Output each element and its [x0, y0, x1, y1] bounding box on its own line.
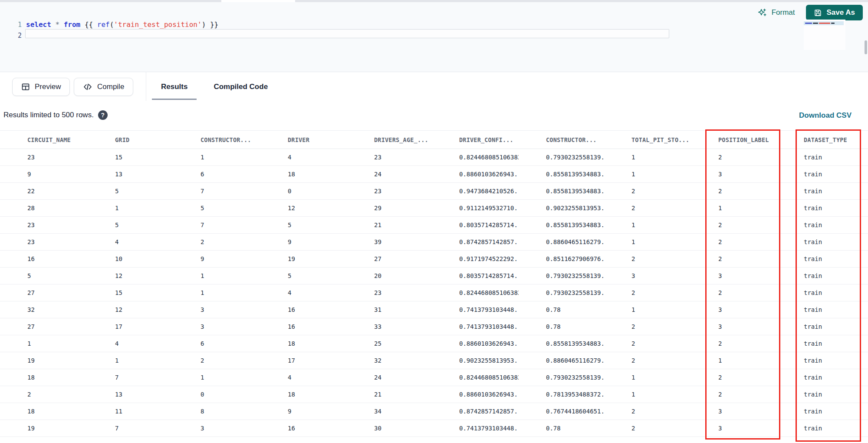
table-cell: 2 [173, 357, 260, 364]
format-button[interactable]: Format [758, 8, 795, 17]
table-cell: 1 [173, 154, 260, 161]
code-token-punct: ( [110, 20, 114, 29]
table-cell: train [776, 255, 868, 262]
table-cell: 0.7674418604651... [519, 408, 604, 415]
save-as-button[interactable]: Save As [806, 5, 863, 20]
table-cell: train [776, 323, 868, 330]
table-cell: 1 [604, 154, 691, 161]
table-cell: 0.78 [519, 323, 604, 330]
active-line-cursor-box[interactable] [25, 29, 669, 38]
table-cell: 2 [691, 222, 776, 228]
table-cell: 0.7413793103448... [432, 425, 519, 432]
table-cell: 16 [260, 323, 347, 330]
table-cell: 0.9112149532710... [432, 205, 519, 212]
table-cell: 12 [260, 205, 347, 212]
column-header[interactable]: DATASET_TYPE [776, 136, 868, 143]
table-cell: 4 [88, 340, 173, 347]
column-header[interactable]: CONSTRUCTOR... [173, 136, 260, 143]
table-cell: 2 [173, 238, 260, 245]
table-cell: train [776, 205, 868, 212]
column-header[interactable]: TOTAL_PIT_STO... [604, 136, 691, 143]
code-icon [83, 83, 92, 91]
column-header[interactable]: GRID [88, 136, 173, 143]
table-cell: 1 [88, 205, 173, 212]
table-cell: 23 [0, 238, 88, 245]
results-toolbar: Preview Compile ResultsCompiled Code [0, 72, 868, 101]
tab-compiled-code[interactable]: Compiled Code [204, 72, 277, 101]
table-row: 281512290.9112149532710...0.902325581395… [0, 200, 868, 217]
table-row: 22570230.9473684210526...0.8558139534883… [0, 183, 868, 200]
editor-minimap[interactable] [804, 20, 845, 50]
column-header[interactable]: DRIVER [260, 136, 347, 143]
table-cell: train [776, 357, 868, 364]
save-as-label: Save As [826, 8, 855, 17]
column-header[interactable]: CIRCUIT_NAME [0, 136, 88, 143]
table-cell: 0.9023255813953... [432, 357, 519, 364]
code-line-1[interactable]: select * from {{ ref('train_test_positio… [26, 20, 218, 29]
table-cell: 19 [0, 357, 88, 364]
table-cell: 25 [347, 340, 432, 347]
help-icon[interactable]: ? [98, 110, 108, 120]
code-token-operator: * [55, 20, 59, 29]
table-cell: 15 [88, 154, 173, 161]
table-cell: 7 [173, 222, 260, 228]
table-cell: 0.7930232558139... [519, 289, 604, 296]
table-cell: train [776, 425, 868, 432]
table-cell: 23 [347, 154, 432, 161]
table-cell: train [776, 272, 868, 279]
table-cell: 0.8558139534883... [519, 340, 604, 347]
editor-scrollbar-thumb[interactable] [865, 40, 867, 54]
table-cell: 15 [88, 289, 173, 296]
table-cell: 3 [691, 171, 776, 178]
column-header[interactable]: DRIVER_CONFI... [432, 136, 519, 143]
table-row: 23575210.8035714285714...0.8558139534883… [0, 217, 868, 234]
table-cell: 32 [347, 357, 432, 364]
table-cell: 7 [88, 374, 173, 381]
column-header[interactable]: DRIVERS_AGE_... [347, 136, 432, 143]
table-cell: 2 [604, 188, 691, 195]
table-cell: 9 [260, 408, 347, 415]
table-cell: 6 [173, 340, 260, 347]
table-cell: 7 [173, 188, 260, 195]
tab-results[interactable]: Results [152, 72, 197, 101]
sql-editor-page: Format Save As 1 2 select * from {{ ref(… [0, 0, 868, 443]
table-row: 271514230.8244680851063830.7930232558139… [0, 284, 868, 301]
table-cell: 2 [604, 205, 691, 212]
table-cell: 2 [691, 289, 776, 296]
sparkle-icon [758, 8, 767, 17]
table-row: 913618240.8860103626943...0.855813953488… [0, 166, 868, 183]
preview-button[interactable]: Preview [12, 78, 70, 96]
code-editor[interactable]: Format Save As 1 2 select * from {{ ref(… [0, 2, 868, 72]
code-token-punct: {{ [80, 20, 97, 29]
table-cell: 3 [173, 323, 260, 330]
table-cell: 0.8558139534883... [519, 171, 604, 178]
table-body: 231514230.8244680851063830.7930232558139… [0, 149, 868, 437]
table-cell: 9 [260, 238, 347, 245]
table-cell: 9 [0, 171, 88, 178]
column-header[interactable]: POSITION_LABEL [691, 136, 776, 143]
table-cell: 2 [604, 425, 691, 432]
table-cell: 0.7930232558139... [519, 272, 604, 279]
table-row: 14618250.8860103626943...0.8558139534883… [0, 335, 868, 352]
table-cell: 2 [691, 374, 776, 381]
table-cell: 1 [88, 357, 173, 364]
table-cell: train [776, 188, 868, 195]
code-token-punct: }} [206, 20, 218, 29]
table-cell: 2 [604, 323, 691, 330]
table-cell: 0.9023255813953... [519, 205, 604, 212]
table-cell: 19 [260, 255, 347, 262]
table-cell: 0.7413793103448... [432, 323, 519, 330]
download-csv-link[interactable]: Download CSV [799, 111, 852, 120]
table-cell: 18 [0, 408, 88, 415]
column-header[interactable]: CONSTRUCTOR... [519, 136, 604, 143]
results-tabs: ResultsCompiled Code [152, 72, 277, 101]
compile-button[interactable]: Compile [74, 78, 133, 96]
table-cell: 0.7813953488372... [519, 391, 604, 398]
table-cell: 3 [691, 408, 776, 415]
table-row: 197316300.7413793103448...0.7823train [0, 420, 868, 437]
table-cell: 31 [347, 306, 432, 313]
table-cell: train [776, 408, 868, 415]
table-cell: train [776, 391, 868, 398]
minimap-code-mark [805, 23, 812, 24]
table-cell: 1 [604, 222, 691, 228]
